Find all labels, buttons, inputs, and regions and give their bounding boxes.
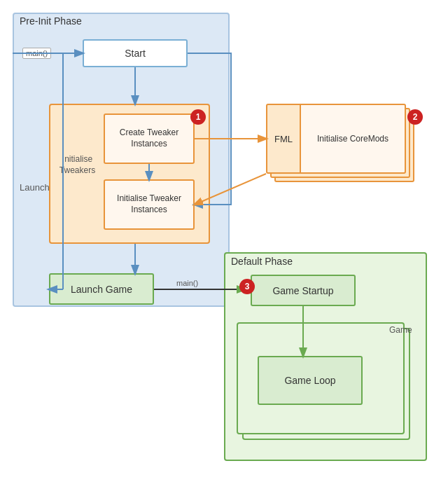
start-box: Start — [83, 39, 188, 67]
game-loop-box: Game Loop — [258, 356, 363, 405]
game-startup-box: Game Startup — [251, 275, 356, 306]
launch-game-box: Launch Game — [49, 273, 154, 305]
init-coremods-box: Initialise CoreMods — [301, 105, 405, 172]
diagram-container: Pre-Init Phase main() Start Launch Initi… — [0, 0, 448, 482]
main-entry-label: main() — [22, 48, 51, 59]
badge-3: 3 — [239, 279, 255, 294]
create-tweaker-instances-box: Create Tweaker Instances — [104, 113, 195, 164]
game-label: Game — [389, 325, 412, 335]
init-tweakers-label: Initialise Tweakers — [55, 154, 100, 176]
fml-label: FML — [267, 105, 301, 172]
fml-region: FML Initialise CoreMods — [266, 104, 420, 195]
pre-init-label: Pre-Init Phase — [20, 15, 82, 27]
badge-1: 1 — [190, 109, 206, 125]
start-label: Start — [125, 48, 146, 59]
fml-main: FML Initialise CoreMods — [266, 104, 406, 174]
launch-label: Launch — [20, 182, 50, 193]
default-phase-label: Default Phase — [231, 256, 293, 267]
init-tweaker-instances-box: Initialise Tweaker Instances — [104, 179, 195, 230]
badge-2: 2 — [407, 109, 423, 125]
